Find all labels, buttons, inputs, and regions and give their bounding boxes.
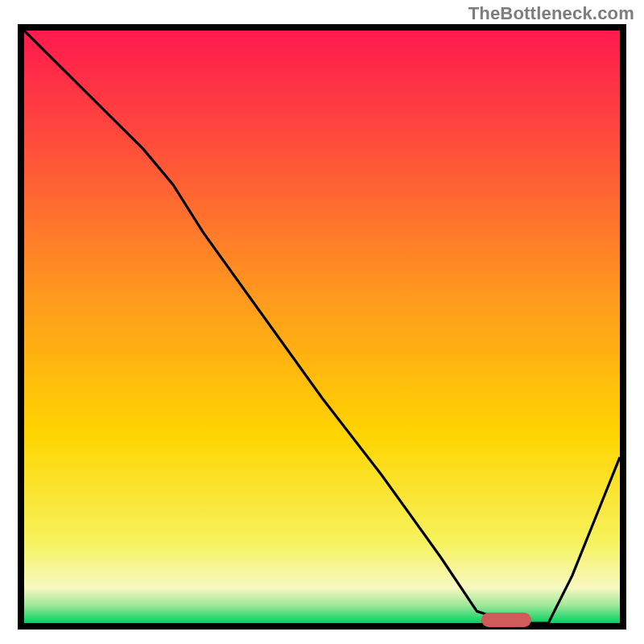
bottleneck-chart [24, 31, 620, 623]
optimal-marker [481, 613, 531, 627]
watermark-text: TheBottleneck.com [469, 3, 634, 24]
